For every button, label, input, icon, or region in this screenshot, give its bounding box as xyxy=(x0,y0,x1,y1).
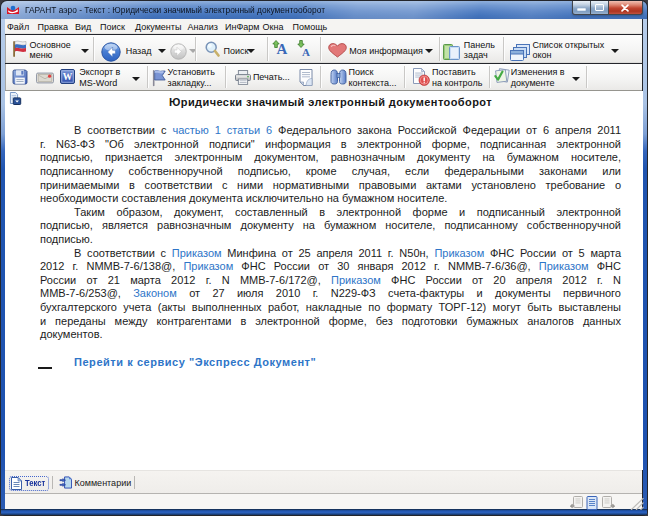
svg-text:W: W xyxy=(63,72,73,82)
